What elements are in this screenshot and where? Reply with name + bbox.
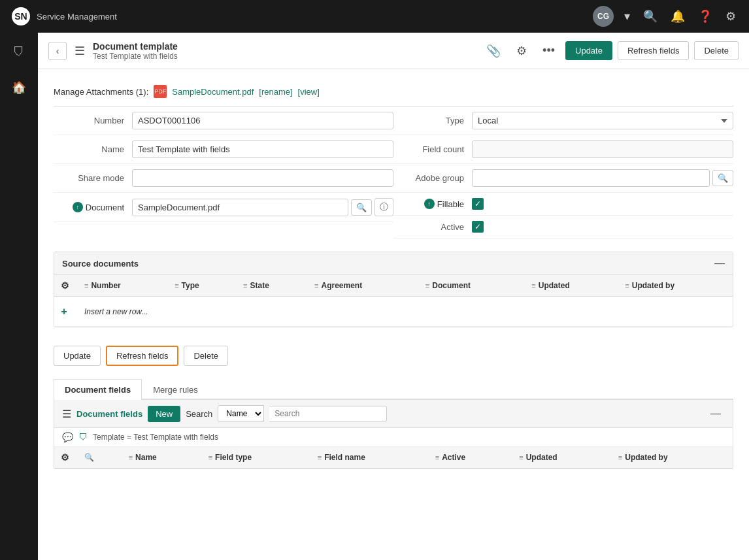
doc-fields-title: Document fields [76,409,142,419]
app-name: Service Management [37,12,117,22]
document-row: ↑ Document 🔍 ⓘ [54,193,393,222]
notifications-icon[interactable]: 🔔 [668,7,688,26]
share-mode-label: Share mode [54,173,132,183]
document-search-button[interactable]: 🔍 [351,199,372,216]
bottom-refresh-fields-button[interactable]: Refresh fields [106,346,178,366]
col-field-type: Field type [215,453,252,462]
top-nav: SN Service Management CG ▾ 🔍 🔔 ❓ ⚙ [0,0,749,33]
header-actions: 📎 ⚙ ••• Update Refresh fields Delete [481,41,739,61]
field-name-sort-icon: ≡ [318,453,322,461]
tab-document-fields[interactable]: Document fields [54,379,142,400]
adobe-group-search-button[interactable]: 🔍 [712,170,733,186]
document-label-icon: ↑ [73,202,83,212]
help-icon[interactable]: ❓ [695,7,715,26]
bottom-delete-button[interactable]: Delete [184,346,228,366]
servicenow-logo: SN [10,6,31,27]
fillable-checkbox[interactable]: ✓ [472,198,484,210]
back-button[interactable]: ‹ [48,42,67,60]
source-documents-header: Source documents — [54,252,733,275]
number-input[interactable] [132,112,393,129]
name-input[interactable] [132,140,393,158]
search-field-select[interactable]: Name [218,405,264,422]
tab-merge-rules[interactable]: Merge rules [142,379,209,400]
active-row: Active ✓ [393,216,733,239]
source-docs-gear-icon[interactable] [61,282,69,291]
source-docs-gear-col [54,275,78,297]
adobe-group-input[interactable] [472,169,710,187]
field-count-row: Field count [393,135,733,164]
chevron-down-icon[interactable]: ▾ [622,7,633,26]
chat-icon[interactable]: 💬 [62,432,73,442]
source-docs-number-col: ≡ Number [78,275,168,297]
svg-text:SN: SN [14,11,27,22]
number-sort-icon: ≡ [84,282,88,289]
document-input[interactable] [132,199,348,216]
main-content: ‹ ☰ Document template Test Template with… [38,33,749,560]
search-label: Search [186,409,212,419]
source-documents-collapse-button[interactable]: — [714,257,725,269]
doc-updated-sort-icon: ≡ [519,453,523,461]
col-type: Type [182,281,199,290]
app-layout: ⛉ 🏠 ‹ ☰ Document template Test Template … [0,33,749,560]
insert-row-text[interactable]: Insert a new row... [78,297,733,327]
col-active: Active [442,453,465,462]
doc-fields-minimize-button[interactable]: — [707,406,725,421]
insert-plus-cell [54,297,78,327]
search-icon[interactable]: 🔍 [641,7,660,26]
attachment-icon[interactable]: 📎 [481,41,506,61]
doc-fields-new-button[interactable]: New [148,406,180,422]
sidebar-filter-icon[interactable]: ⛉ [8,41,30,65]
updated-sort-icon: ≡ [531,282,535,289]
user-avatar[interactable]: CG [593,6,614,27]
agreement-sort-icon: ≡ [314,282,318,289]
doc-fields-search-icon: 🔍 [84,453,94,462]
document-sort-icon: ≡ [425,282,429,289]
form-grid: Number Name Share mode [54,106,733,239]
share-mode-input[interactable] [132,169,393,187]
attachment-filename[interactable]: SampleDocument.pdf [172,87,254,97]
header-refresh-fields-button[interactable]: Refresh fields [618,41,689,60]
doc-fields-gear-col [54,447,78,469]
doc-fields-name-col: ≡ Name [122,447,202,469]
source-docs-type-col: ≡ Type [168,275,237,297]
attachment-label: Manage Attachments (1): [54,87,148,97]
adobe-group-label: Adobe group [393,173,472,183]
doc-updated-by-sort-icon: ≡ [618,453,622,461]
filter-funnel-icon[interactable]: ⛉ [78,432,88,442]
header-delete-button[interactable]: Delete [694,41,739,60]
share-mode-row: Share mode [54,164,393,193]
left-sidebar: ⛉ 🏠 [0,33,38,560]
filter-icon[interactable]: ⚙ [511,41,532,61]
document-fields-toolbar: ☰ Document fields New Search Name — [54,400,733,428]
page-title-block: Document template Test Template with fie… [93,41,473,61]
filter-bar: 💬 ⛉ Template = Test Template with fields [54,428,733,447]
doc-fields-gear-icon[interactable] [61,453,69,463]
type-select[interactable]: Local [472,112,733,129]
field-count-input [472,140,733,158]
sidebar-home-icon[interactable]: 🏠 [7,75,31,100]
col-number: Number [91,281,120,290]
search-input[interactable] [269,406,387,421]
active-col-sort-icon: ≡ [435,453,439,461]
tabs-bar: Document fields Merge rules [54,379,733,400]
doc-fields-updated-col: ≡ Updated [512,447,612,469]
pdf-file-icon: PDF [154,85,167,98]
fillable-label-icon: ↑ [424,199,435,209]
fillable-row: ↑ Fillable ✓ [393,193,733,216]
col-updated-by: Updated by [632,281,674,290]
settings-icon[interactable]: ⚙ [723,7,739,26]
header-update-button[interactable]: Update [565,41,612,60]
active-checkbox[interactable]: ✓ [472,221,484,233]
document-info-button[interactable]: ⓘ [374,198,393,216]
attachment-rename-link[interactable]: [rename] [259,87,292,97]
bottom-update-button[interactable]: Update [54,346,101,366]
source-docs-state-col: ≡ State [237,275,308,297]
attachment-view-link[interactable]: [view] [298,87,320,97]
more-options-icon[interactable]: ••• [537,41,560,60]
name-row: Name [54,135,393,164]
insert-plus-icon[interactable] [61,305,67,318]
menu-icon[interactable]: ☰ [75,44,85,58]
insert-row: Insert a new row... [54,297,733,327]
doc-fields-menu-icon[interactable]: ☰ [62,408,71,420]
updated-by-sort-icon: ≡ [625,282,629,289]
